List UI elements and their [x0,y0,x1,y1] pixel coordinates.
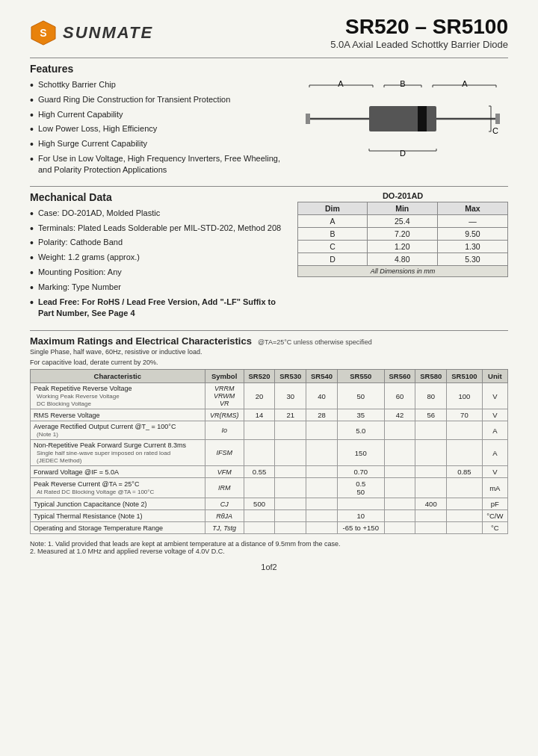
ratings-note2: For capacitive load, derate current by 2… [30,359,508,366]
ratings-condition: @TA=25°C unless otherwise specified [258,338,372,346]
ratings-section: Maximum Ratings and Electrical Character… [30,335,508,534]
feature-item-5: High Surge Current Capability [30,138,282,151]
svg-rect-16 [418,106,427,131]
logo-icon: S [30,19,57,46]
dim-cell: C [298,240,367,252]
footer-note-1: Note: 1. Valid provided that leads are k… [30,540,508,548]
value-cell: 10 [337,510,384,522]
table-row: Peak Reverse Current @TA = 25°CAt Rated … [31,478,508,498]
table-row: Non-Repetitive Peak Forward Surge Curren… [31,440,508,466]
svg-text:A: A [462,79,468,88]
mech-item-2: Terminals: Plated Leads Solderable per M… [30,223,282,235]
value-cell [415,478,447,498]
value-cell: 21 [275,409,306,421]
mech-col: Mechanical Data Case: DO-201AD, Molded P… [30,191,282,322]
ratings-col-header: SR540 [306,370,338,383]
ratings-col-header: Characteristic [31,370,205,383]
value-cell [306,440,338,466]
value-cell [275,466,306,478]
value-cell: 400 [415,498,447,510]
characteristic-cell: RMS Reverse Voltage [31,409,205,421]
feature-item-4: Low Power Loss, High Efficiency [30,123,282,136]
value-cell [275,522,306,534]
min-col-header: Min [367,202,437,214]
part-number: SR520 – SR5100 [330,15,508,39]
mech-divider [30,186,508,187]
dim-table-col: DO-201AD Dim Min Max A25.4—B7.209.50C1.2… [297,191,508,322]
dim-cell: 1.20 [367,240,437,252]
page-header: S SUNMATE SR520 – SR5100 5.0A Axial Lead… [30,15,508,50]
symbol-cell: IRM [205,478,244,498]
part-subtitle: 5.0A Axial Leaded Schottky Barrier Diode [330,39,508,50]
table-row: Typical Thermal Resistance (Note 1)RθJA1… [31,510,508,522]
characteristic-cell: Peak Reverse Current @TA = 25°CAt Rated … [31,478,205,498]
feature-item-3: High Current Capability [30,109,282,122]
value-cell [244,510,275,522]
value-cell [384,510,415,522]
value-cell: 150 [337,440,384,466]
max-col-header: Max [437,202,507,214]
ratings-col-header: SR520 [244,370,275,383]
unit-cell: pF [482,498,507,510]
value-cell: 100 [447,383,483,409]
dim-table-title: DO-201AD [297,191,508,200]
value-cell [384,466,415,478]
table-row: RMS Reverse VoltageVR(RMS)14212835425670… [31,409,508,421]
unit-cell: A [482,421,507,440]
value-cell: 42 [384,409,415,421]
value-cell [415,421,447,440]
symbol-cell: TJ, Tstg [205,522,244,534]
feature-item-2: Guard Ring Die Construction for Transien… [30,94,282,107]
table-row: Peak Repetitive Reverse VoltageWorking P… [31,383,508,409]
header-divider [30,58,508,58]
mech-item-6: Marking: Type Number [30,282,282,294]
unit-cell: V [482,409,507,421]
value-cell: 80 [415,383,447,409]
value-cell [447,522,483,534]
svg-text:B: B [400,79,405,88]
ratings-col-header: Symbol [205,370,244,383]
dim-cell: B [298,227,367,240]
symbol-cell: IFSM [205,440,244,466]
value-cell [447,478,483,498]
diode-diagram-col: A B A D [297,63,508,179]
dim-cell: 4.80 [367,252,437,265]
symbol-cell: VR(RMS) [205,409,244,421]
characteristic-cell: Average Rectified Output Current @T_ = 1… [31,421,205,440]
unit-cell: V [482,383,507,409]
characteristic-cell: Typical Thermal Resistance (Note 1) [31,510,205,522]
ratings-title: Maximum Ratings and Electrical Character… [30,335,252,347]
symbol-cell: Io [205,421,244,440]
value-cell [447,498,483,510]
value-cell [415,466,447,478]
unit-cell: °C [482,522,507,534]
ratings-divider [30,330,508,331]
value-cell [384,421,415,440]
value-cell [306,421,338,440]
value-cell [384,522,415,534]
title-area: SR520 – SR5100 5.0A Axial Leaded Schottk… [330,15,508,50]
unit-cell: A [482,440,507,466]
ratings-note1: Single Phase, half wave, 60Hz, resistive… [30,348,508,356]
feature-item-1: Schottky Barrier Chip [30,79,282,92]
dimensions-table: Dim Min Max A25.4—B7.209.50C1.201.30D4.8… [297,202,508,277]
value-cell [244,421,275,440]
value-cell: 56 [415,409,447,421]
value-cell [447,510,483,522]
value-cell: 30 [275,383,306,409]
ratings-col-header: SR560 [384,370,415,383]
value-cell: 28 [306,409,338,421]
footer-notes: Note: 1. Valid provided that leads are k… [30,540,508,555]
value-cell: 14 [244,409,275,421]
value-cell [415,440,447,466]
value-cell [415,522,447,534]
value-cell [447,421,483,440]
dim-cell: 7.20 [367,227,437,240]
value-cell: 0.55 [244,466,275,478]
ratings-table: CharacteristicSymbolSR520SR530SR540SR550… [30,369,508,534]
unit-cell: V [482,466,507,478]
unit-cell: mA [482,478,507,498]
svg-rect-19 [495,114,500,124]
dim-col-header: Dim [298,202,367,214]
value-cell: 0.550 [337,478,384,498]
